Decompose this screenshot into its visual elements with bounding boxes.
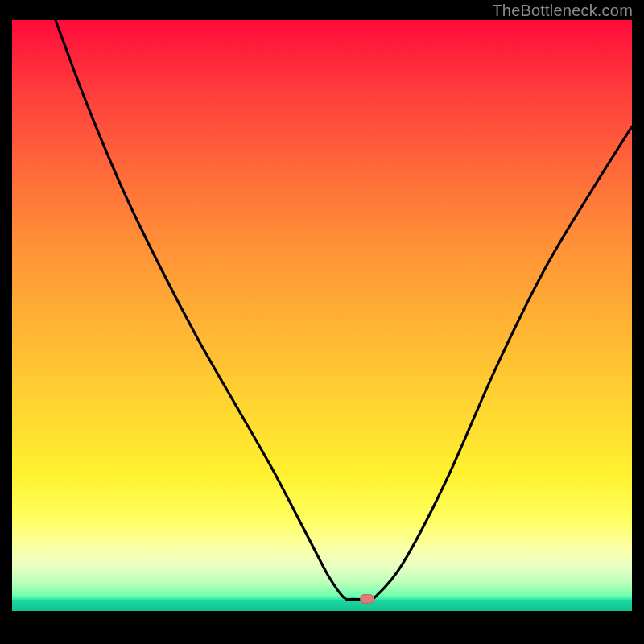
chart-frame [12, 20, 632, 632]
optimum-marker [360, 594, 374, 604]
bottleneck-curve [12, 20, 632, 632]
watermark-text: TheBottleneck.com [492, 2, 633, 20]
plot-area [12, 20, 632, 632]
